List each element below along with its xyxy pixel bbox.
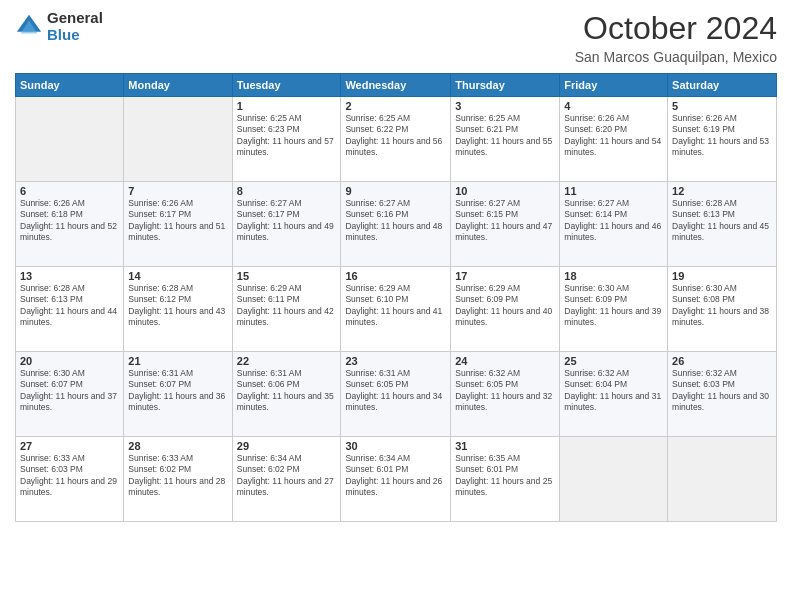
calendar-cell: 7Sunrise: 6:26 AM Sunset: 6:17 PM Daylig… <box>124 182 232 267</box>
day-number: 30 <box>345 440 446 452</box>
calendar-week-row: 6Sunrise: 6:26 AM Sunset: 6:18 PM Daylig… <box>16 182 777 267</box>
day-info: Sunrise: 6:33 AM Sunset: 6:02 PM Dayligh… <box>128 453 227 499</box>
day-number: 7 <box>128 185 227 197</box>
weekday-header-row: SundayMondayTuesdayWednesdayThursdayFrid… <box>16 74 777 97</box>
day-number: 19 <box>672 270 772 282</box>
calendar-cell: 22Sunrise: 6:31 AM Sunset: 6:06 PM Dayli… <box>232 352 341 437</box>
day-number: 25 <box>564 355 663 367</box>
day-info: Sunrise: 6:25 AM Sunset: 6:21 PM Dayligh… <box>455 113 555 159</box>
calendar-cell <box>668 437 777 522</box>
day-number: 9 <box>345 185 446 197</box>
weekday-header: Saturday <box>668 74 777 97</box>
day-info: Sunrise: 6:34 AM Sunset: 6:02 PM Dayligh… <box>237 453 337 499</box>
calendar-cell: 18Sunrise: 6:30 AM Sunset: 6:09 PM Dayli… <box>560 267 668 352</box>
calendar-week-row: 20Sunrise: 6:30 AM Sunset: 6:07 PM Dayli… <box>16 352 777 437</box>
calendar-cell: 24Sunrise: 6:32 AM Sunset: 6:05 PM Dayli… <box>451 352 560 437</box>
logo: General Blue <box>15 10 103 43</box>
day-info: Sunrise: 6:30 AM Sunset: 6:08 PM Dayligh… <box>672 283 772 329</box>
calendar-cell: 25Sunrise: 6:32 AM Sunset: 6:04 PM Dayli… <box>560 352 668 437</box>
day-number: 18 <box>564 270 663 282</box>
title-section: October 2024 San Marcos Guaquilpan, Mexi… <box>575 10 777 65</box>
calendar-cell: 28Sunrise: 6:33 AM Sunset: 6:02 PM Dayli… <box>124 437 232 522</box>
day-info: Sunrise: 6:34 AM Sunset: 6:01 PM Dayligh… <box>345 453 446 499</box>
day-number: 6 <box>20 185 119 197</box>
day-info: Sunrise: 6:27 AM Sunset: 6:17 PM Dayligh… <box>237 198 337 244</box>
weekday-header: Wednesday <box>341 74 451 97</box>
day-info: Sunrise: 6:26 AM Sunset: 6:20 PM Dayligh… <box>564 113 663 159</box>
day-number: 24 <box>455 355 555 367</box>
calendar-cell: 3Sunrise: 6:25 AM Sunset: 6:21 PM Daylig… <box>451 97 560 182</box>
day-info: Sunrise: 6:29 AM Sunset: 6:10 PM Dayligh… <box>345 283 446 329</box>
day-number: 15 <box>237 270 337 282</box>
calendar-cell: 13Sunrise: 6:28 AM Sunset: 6:13 PM Dayli… <box>16 267 124 352</box>
weekday-header: Monday <box>124 74 232 97</box>
calendar-cell: 20Sunrise: 6:30 AM Sunset: 6:07 PM Dayli… <box>16 352 124 437</box>
calendar-page: General Blue October 2024 San Marcos Gua… <box>0 0 792 612</box>
day-number: 16 <box>345 270 446 282</box>
calendar-cell: 4Sunrise: 6:26 AM Sunset: 6:20 PM Daylig… <box>560 97 668 182</box>
calendar-cell: 17Sunrise: 6:29 AM Sunset: 6:09 PM Dayli… <box>451 267 560 352</box>
day-number: 29 <box>237 440 337 452</box>
calendar-cell: 30Sunrise: 6:34 AM Sunset: 6:01 PM Dayli… <box>341 437 451 522</box>
calendar-cell: 29Sunrise: 6:34 AM Sunset: 6:02 PM Dayli… <box>232 437 341 522</box>
calendar-cell: 10Sunrise: 6:27 AM Sunset: 6:15 PM Dayli… <box>451 182 560 267</box>
logo-blue: Blue <box>47 27 103 44</box>
day-number: 10 <box>455 185 555 197</box>
logo-general: General <box>47 10 103 27</box>
calendar-table: SundayMondayTuesdayWednesdayThursdayFrid… <box>15 73 777 522</box>
calendar-week-row: 13Sunrise: 6:28 AM Sunset: 6:13 PM Dayli… <box>16 267 777 352</box>
calendar-cell: 6Sunrise: 6:26 AM Sunset: 6:18 PM Daylig… <box>16 182 124 267</box>
calendar-cell: 15Sunrise: 6:29 AM Sunset: 6:11 PM Dayli… <box>232 267 341 352</box>
day-info: Sunrise: 6:27 AM Sunset: 6:14 PM Dayligh… <box>564 198 663 244</box>
day-info: Sunrise: 6:31 AM Sunset: 6:07 PM Dayligh… <box>128 368 227 414</box>
day-number: 4 <box>564 100 663 112</box>
calendar-cell <box>560 437 668 522</box>
day-number: 11 <box>564 185 663 197</box>
location-title: San Marcos Guaquilpan, Mexico <box>575 49 777 65</box>
day-info: Sunrise: 6:27 AM Sunset: 6:15 PM Dayligh… <box>455 198 555 244</box>
weekday-header: Sunday <box>16 74 124 97</box>
day-info: Sunrise: 6:28 AM Sunset: 6:13 PM Dayligh… <box>20 283 119 329</box>
calendar-cell: 31Sunrise: 6:35 AM Sunset: 6:01 PM Dayli… <box>451 437 560 522</box>
weekday-header: Thursday <box>451 74 560 97</box>
day-number: 31 <box>455 440 555 452</box>
day-info: Sunrise: 6:32 AM Sunset: 6:03 PM Dayligh… <box>672 368 772 414</box>
day-number: 27 <box>20 440 119 452</box>
day-info: Sunrise: 6:28 AM Sunset: 6:13 PM Dayligh… <box>672 198 772 244</box>
day-info: Sunrise: 6:26 AM Sunset: 6:19 PM Dayligh… <box>672 113 772 159</box>
day-number: 20 <box>20 355 119 367</box>
weekday-header: Tuesday <box>232 74 341 97</box>
day-number: 17 <box>455 270 555 282</box>
calendar-cell: 19Sunrise: 6:30 AM Sunset: 6:08 PM Dayli… <box>668 267 777 352</box>
day-number: 21 <box>128 355 227 367</box>
calendar-cell: 8Sunrise: 6:27 AM Sunset: 6:17 PM Daylig… <box>232 182 341 267</box>
logo-text: General Blue <box>47 10 103 43</box>
day-info: Sunrise: 6:33 AM Sunset: 6:03 PM Dayligh… <box>20 453 119 499</box>
day-number: 23 <box>345 355 446 367</box>
day-number: 22 <box>237 355 337 367</box>
calendar-cell: 27Sunrise: 6:33 AM Sunset: 6:03 PM Dayli… <box>16 437 124 522</box>
calendar-cell: 9Sunrise: 6:27 AM Sunset: 6:16 PM Daylig… <box>341 182 451 267</box>
day-number: 14 <box>128 270 227 282</box>
calendar-week-row: 27Sunrise: 6:33 AM Sunset: 6:03 PM Dayli… <box>16 437 777 522</box>
calendar-cell <box>124 97 232 182</box>
day-number: 2 <box>345 100 446 112</box>
day-info: Sunrise: 6:28 AM Sunset: 6:12 PM Dayligh… <box>128 283 227 329</box>
day-info: Sunrise: 6:32 AM Sunset: 6:04 PM Dayligh… <box>564 368 663 414</box>
day-info: Sunrise: 6:31 AM Sunset: 6:06 PM Dayligh… <box>237 368 337 414</box>
day-number: 3 <box>455 100 555 112</box>
day-info: Sunrise: 6:27 AM Sunset: 6:16 PM Dayligh… <box>345 198 446 244</box>
calendar-cell: 21Sunrise: 6:31 AM Sunset: 6:07 PM Dayli… <box>124 352 232 437</box>
day-info: Sunrise: 6:29 AM Sunset: 6:09 PM Dayligh… <box>455 283 555 329</box>
calendar-cell: 2Sunrise: 6:25 AM Sunset: 6:22 PM Daylig… <box>341 97 451 182</box>
calendar-week-row: 1Sunrise: 6:25 AM Sunset: 6:23 PM Daylig… <box>16 97 777 182</box>
day-number: 8 <box>237 185 337 197</box>
day-info: Sunrise: 6:32 AM Sunset: 6:05 PM Dayligh… <box>455 368 555 414</box>
day-number: 26 <box>672 355 772 367</box>
day-info: Sunrise: 6:35 AM Sunset: 6:01 PM Dayligh… <box>455 453 555 499</box>
header: General Blue October 2024 San Marcos Gua… <box>15 10 777 65</box>
weekday-header: Friday <box>560 74 668 97</box>
day-number: 28 <box>128 440 227 452</box>
month-title: October 2024 <box>575 10 777 47</box>
day-info: Sunrise: 6:30 AM Sunset: 6:09 PM Dayligh… <box>564 283 663 329</box>
